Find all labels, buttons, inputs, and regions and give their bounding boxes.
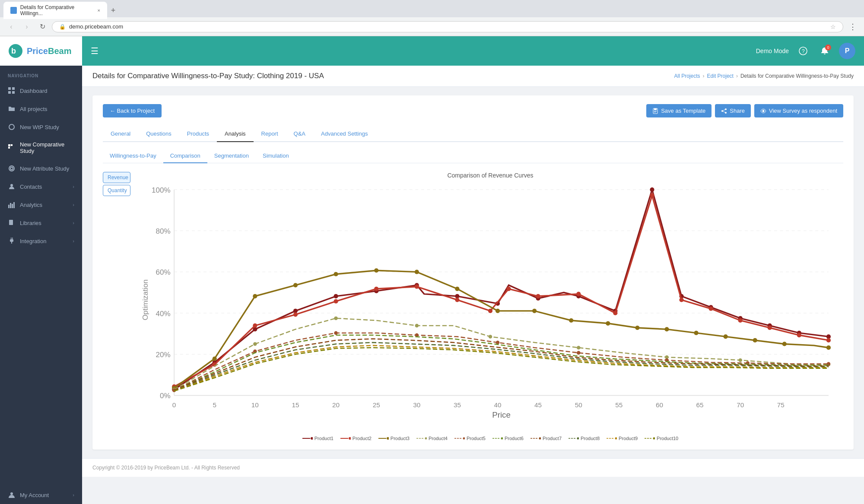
chart-title: Comparison of Revenue Curves — [137, 172, 843, 179]
svg-point-37 — [762, 110, 764, 112]
svg-rect-16 — [13, 202, 15, 208]
action-bar: ← Back to Project Save as Template Share — [103, 104, 843, 117]
breadcrumb-current: Details for Comparative Willingness-to-P… — [740, 73, 854, 79]
svg-rect-20 — [10, 222, 12, 223]
svg-text:70: 70 — [737, 401, 744, 409]
sub-tab-wtp[interactable]: Willingness-to-Pay — [103, 149, 163, 163]
legend-product6: Product6 — [492, 436, 524, 441]
svg-point-148 — [349, 437, 351, 440]
sidebar-item-new-comparative[interactable]: New Comparative Study — [0, 136, 82, 159]
view-survey-button[interactable]: View Survey as respondent — [754, 104, 843, 117]
bookmark-icon[interactable]: ☆ — [830, 23, 836, 30]
svg-text:10: 10 — [251, 401, 259, 409]
sidebar-item-new-wtp[interactable]: New WtP Study — [0, 118, 82, 136]
tab-report[interactable]: Report — [254, 126, 286, 142]
notification-count: 0 — [825, 44, 831, 51]
comparative-icon — [8, 144, 16, 152]
libraries-arrow-icon: › — [73, 220, 74, 225]
hamburger-button[interactable]: ☰ — [91, 46, 98, 56]
revenue-comparison-chart: 100% 80% 60% 40% 20% 0% Optimization 0 — [137, 182, 843, 432]
sidebar-item-libraries-label: Libraries — [20, 220, 68, 226]
browser-menu-button[interactable]: ⋮ — [847, 21, 859, 33]
svg-text:35: 35 — [454, 401, 461, 409]
tab-questions[interactable]: Questions — [138, 126, 179, 142]
user-icon — [8, 491, 16, 499]
address-bar[interactable]: 🔒 demo.pricebeam.com ☆ — [52, 21, 843, 32]
save-template-button[interactable]: Save as Template — [646, 104, 712, 117]
svg-text:60: 60 — [656, 401, 663, 409]
notification-button[interactable]: 0 — [817, 44, 832, 58]
right-panel: ☰ Demo Mode ? 0 P Details for Comparativ… — [82, 36, 864, 504]
tab-products[interactable]: Products — [179, 126, 217, 142]
svg-point-33 — [721, 110, 723, 112]
circle-icon — [8, 123, 16, 131]
svg-text:50: 50 — [575, 401, 582, 409]
sidebar-item-all-projects[interactable]: All projects — [0, 100, 82, 118]
chart-container: Comparison of Revenue Curves — [137, 172, 843, 441]
sidebar-item-dashboard-label: Dashboard — [20, 88, 74, 94]
sidebar-item-my-account[interactable]: My Account › — [0, 486, 82, 504]
tab-favicon — [10, 7, 17, 14]
sidebar-item-new-attribute-label: New Attribute Study — [20, 165, 74, 172]
sidebar-item-integration[interactable]: Integration › — [0, 232, 82, 250]
person-icon — [8, 183, 16, 190]
share-icon — [721, 108, 727, 114]
svg-point-106 — [797, 333, 801, 337]
breadcrumb-all-projects[interactable]: All Projects — [674, 73, 700, 79]
breadcrumb-edit-project[interactable]: Edit Project — [707, 73, 734, 79]
sub-tab-segmentation[interactable]: Segmentation — [207, 149, 256, 163]
svg-point-125 — [782, 342, 787, 346]
browser-tab-active[interactable]: Details for Comparative Willingn... × — [3, 2, 107, 19]
quantity-filter-button[interactable]: Quantity — [103, 185, 130, 196]
svg-point-121 — [664, 327, 669, 331]
svg-rect-2 — [8, 87, 11, 90]
svg-rect-31 — [654, 112, 656, 112]
back-nav-button[interactable]: ‹ — [5, 21, 17, 33]
svg-point-111 — [293, 283, 298, 287]
tab-analysis[interactable]: Analysis — [217, 126, 253, 142]
svg-point-90 — [253, 323, 257, 328]
svg-point-102 — [679, 298, 683, 302]
user-avatar[interactable]: P — [839, 43, 855, 59]
nav-label: NAVIGATION — [0, 66, 82, 82]
sub-tab-simulation[interactable]: Simulation — [256, 149, 296, 163]
svg-rect-3 — [12, 87, 15, 90]
svg-text:30: 30 — [413, 401, 420, 409]
tab-general[interactable]: General — [103, 126, 138, 142]
svg-point-110 — [253, 294, 257, 298]
sidebar-item-new-attribute[interactable]: New Attribute Study — [0, 159, 82, 178]
svg-text:15: 15 — [292, 401, 299, 409]
svg-text:75: 75 — [777, 401, 785, 409]
svg-rect-4 — [8, 91, 11, 94]
sidebar-item-libraries[interactable]: Libraries › — [0, 214, 82, 232]
svg-text:60%: 60% — [156, 268, 171, 276]
help-button[interactable]: ? — [796, 44, 810, 58]
sub-tab-comparison[interactable]: Comparison — [163, 149, 207, 163]
svg-line-35 — [723, 110, 725, 111]
sidebar-item-contacts[interactable]: Contacts › — [0, 178, 82, 196]
svg-point-11 — [9, 166, 14, 171]
reload-button[interactable]: ↻ — [36, 21, 48, 33]
new-tab-button[interactable]: + — [107, 4, 119, 16]
svg-text:b: b — [11, 47, 16, 55]
legend-product1: Product1 — [302, 436, 334, 441]
forward-nav-button[interactable]: › — [21, 21, 33, 33]
tab-advanced-settings[interactable]: Advanced Settings — [313, 126, 375, 142]
svg-text:80%: 80% — [156, 227, 171, 235]
svg-point-128 — [253, 342, 257, 346]
eye-icon — [760, 108, 766, 114]
tab-qa[interactable]: Q&A — [286, 126, 313, 142]
svg-rect-5 — [12, 91, 15, 94]
svg-point-93 — [374, 287, 378, 291]
tab-close-btn[interactable]: × — [98, 8, 100, 13]
svg-point-113 — [374, 268, 378, 273]
sidebar-item-dashboard[interactable]: Dashboard — [0, 82, 82, 100]
svg-point-98 — [536, 294, 540, 298]
sidebar-item-analytics[interactable]: Analytics › — [0, 196, 82, 214]
revenue-filter-button[interactable]: Revenue — [103, 172, 130, 183]
svg-point-112 — [334, 272, 338, 276]
back-to-project-button[interactable]: ← Back to Project — [103, 104, 162, 117]
share-button[interactable]: Share — [715, 104, 751, 117]
legend-product10: Product10 — [645, 436, 678, 441]
svg-point-141 — [577, 351, 581, 355]
